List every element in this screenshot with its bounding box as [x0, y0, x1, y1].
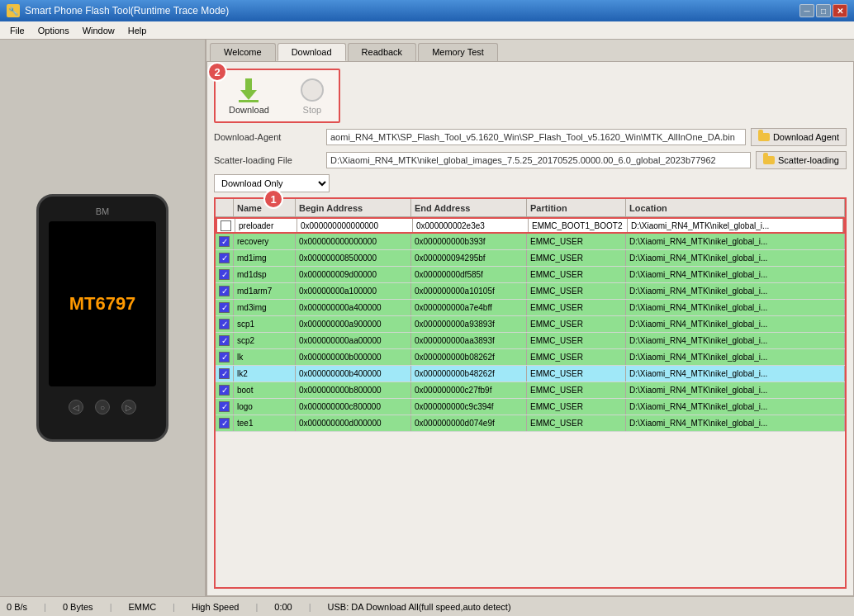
- td-begin-7: 0x000000000aa00000: [296, 333, 411, 348]
- status-size: 0 Bytes: [63, 602, 93, 612]
- tab-download[interactable]: Download: [278, 43, 346, 61]
- td-check-2[interactable]: ✓: [216, 250, 234, 266]
- table-row[interactable]: ✓ md1arm7 0x00000000a100000 0x000000000a…: [216, 283, 845, 300]
- td-begin-6: 0x000000000a900000: [296, 316, 411, 332]
- td-end-10: 0x000000000c27fb9f: [411, 382, 527, 398]
- td-begin-8: 0x000000000b000000: [296, 349, 411, 365]
- table-row[interactable]: preloader 0x000000000000000 0x000000002e…: [216, 217, 845, 234]
- th-end: End Address: [411, 199, 527, 216]
- tab-readback[interactable]: Readback: [348, 43, 417, 61]
- scatter-loading-button[interactable]: Scatter-loading: [756, 151, 847, 169]
- download-label: Download: [229, 105, 269, 115]
- td-end-7: 0x000000000aa3893f: [411, 333, 527, 348]
- td-name-10: boot: [234, 382, 296, 398]
- download-agent-input[interactable]: [326, 129, 746, 145]
- td-check-0[interactable]: [217, 219, 235, 232]
- td-check-8[interactable]: ✓: [216, 349, 234, 365]
- td-name-1: recovery: [234, 234, 296, 249]
- table-row[interactable]: ✓ md1dsp 0x000000009d00000 0x00000000df5…: [216, 267, 845, 283]
- td-partition-11: EMMC_USER: [527, 399, 626, 415]
- td-partition-12: EMMC_USER: [527, 415, 626, 431]
- svg-marker-1: [240, 90, 257, 100]
- td-location-8: D:\Xiaomi_RN4_MTK\nikel_global_i...: [626, 349, 845, 365]
- phone-brand: BM: [96, 206, 110, 216]
- table-row[interactable]: ✓ recovery 0x000000000000000 0x000000000…: [216, 234, 845, 250]
- phone-model: MT6797: [69, 293, 136, 315]
- download-agent-button[interactable]: Download Agent: [751, 128, 847, 146]
- td-end-9: 0x000000000b48262f: [411, 366, 527, 381]
- td-end-1: 0x000000000b393f: [411, 234, 527, 249]
- menu-help[interactable]: Help: [121, 24, 154, 37]
- folder-icon-2: [763, 156, 775, 164]
- tab-welcome[interactable]: Welcome: [210, 43, 276, 61]
- download-button[interactable]: Download: [222, 73, 276, 118]
- phone-panel: BM MT6797 ◁ ○ ▷: [0, 40, 206, 596]
- minimize-button[interactable]: ─: [799, 4, 814, 17]
- scatter-loading-input[interactable]: [326, 152, 751, 168]
- table-row[interactable]: ✓ lk2 0x000000000b400000 0x000000000b482…: [216, 366, 845, 382]
- checkbox-checked: ✓: [219, 253, 230, 263]
- td-partition-0: EMMC_BOOT1_BOOT2: [529, 219, 628, 232]
- download-icon: [235, 77, 262, 103]
- td-name-3: md1dsp: [234, 267, 296, 282]
- maximize-button[interactable]: □: [816, 4, 831, 17]
- tab-bar: Welcome Download Readback Memory Test: [206, 40, 854, 61]
- status-type: EMMC: [128, 602, 156, 612]
- table-row[interactable]: ✓ tee1 0x000000000d000000 0x000000000d07…: [216, 415, 845, 432]
- td-end-0: 0x000000002e3e3: [413, 219, 529, 232]
- th-partition: Partition: [527, 199, 626, 216]
- td-name-6: scp1: [234, 316, 296, 332]
- td-check-7[interactable]: ✓: [216, 333, 234, 348]
- td-begin-11: 0x000000000c800000: [296, 399, 411, 415]
- td-location-6: D:\Xiaomi_RN4_MTK\nikel_global_i...: [626, 316, 845, 332]
- td-begin-4: 0x00000000a100000: [296, 283, 411, 299]
- menu-options[interactable]: Options: [31, 24, 76, 37]
- td-check-1[interactable]: ✓: [216, 234, 234, 249]
- td-check-4[interactable]: ✓: [216, 283, 234, 299]
- table-row[interactable]: ✓ logo 0x000000000c800000 0x000000000c9c…: [216, 399, 845, 415]
- checkbox-checked: ✓: [219, 418, 230, 429]
- tab-memory-test[interactable]: Memory Test: [418, 43, 498, 61]
- download-agent-label: Download-Agent: [214, 132, 321, 142]
- td-check-9[interactable]: ✓: [216, 366, 234, 381]
- td-end-3: 0x00000000df585f: [411, 267, 527, 282]
- td-end-8: 0x000000000b08262f: [411, 349, 527, 365]
- menu-file[interactable]: File: [3, 24, 31, 37]
- table-row[interactable]: ✓ boot 0x000000000b800000 0x000000000c27…: [216, 382, 845, 399]
- checkbox-checked: ✓: [219, 368, 230, 379]
- td-location-11: D:\Xiaomi_RN4_MTK\nikel_global_i...: [626, 399, 845, 415]
- table-row[interactable]: ✓ md3img 0x000000000a400000 0x000000000a…: [216, 300, 845, 316]
- td-check-11[interactable]: ✓: [216, 399, 234, 415]
- partition-table: Name Begin Address End Address Partition…: [214, 197, 847, 589]
- svg-rect-2: [239, 100, 259, 102]
- table-row[interactable]: ✓ lk 0x000000000b000000 0x000000000b0826…: [216, 349, 845, 366]
- badge-2: 2: [207, 62, 227, 82]
- td-name-7: scp2: [234, 333, 296, 348]
- badge-1: 1: [263, 189, 283, 209]
- td-end-5: 0x000000000a7e4bff: [411, 300, 527, 315]
- content-area: Welcome Download Readback Memory Test 2: [206, 40, 854, 596]
- td-location-1: D:\Xiaomi_RN4_MTK\nikel_global_i...: [626, 234, 845, 249]
- td-check-6[interactable]: ✓: [216, 316, 234, 332]
- td-check-3[interactable]: ✓: [216, 267, 234, 282]
- stop-button[interactable]: Stop: [292, 73, 332, 118]
- td-partition-9: EMMC_USER: [527, 366, 626, 381]
- window-title: Smart Phone Flash Tool(Runtime Trace Mod…: [25, 5, 229, 17]
- td-partition-1: EMMC_USER: [527, 234, 626, 249]
- checkbox-checked: ✓: [219, 401, 230, 412]
- menu-window[interactable]: Window: [76, 24, 121, 37]
- menu-bar: File Options Window Help: [0, 21, 854, 40]
- td-check-5[interactable]: ✓: [216, 300, 234, 315]
- td-check-10[interactable]: ✓: [216, 382, 234, 398]
- close-button[interactable]: ✕: [833, 4, 847, 17]
- table-row[interactable]: ✓ scp1 0x000000000a900000 0x000000000a93…: [216, 316, 845, 333]
- table-row[interactable]: ✓ md1img 0x000000008500000 0x00000009429…: [216, 250, 845, 267]
- title-bar-left: 🔧 Smart Phone Flash Tool(Runtime Trace M…: [7, 4, 229, 17]
- table-row[interactable]: ✓ scp2 0x000000000aa00000 0x000000000aa3…: [216, 333, 845, 349]
- status-message: USB: DA Download All(full speed,auto det…: [328, 602, 511, 612]
- table-header: Name Begin Address End Address Partition…: [216, 199, 845, 217]
- td-partition-10: EMMC_USER: [527, 382, 626, 398]
- td-begin-5: 0x000000000a400000: [296, 300, 411, 315]
- td-check-12[interactable]: ✓: [216, 415, 234, 431]
- th-begin: Begin Address: [296, 199, 411, 216]
